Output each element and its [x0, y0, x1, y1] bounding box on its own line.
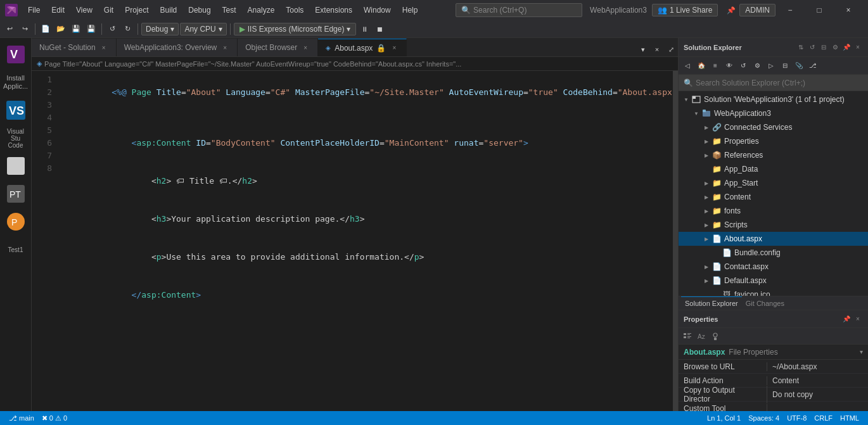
- tree-content[interactable]: ▶ 📁 Content: [679, 190, 868, 204]
- debug-config-dropdown[interactable]: Debug ▾: [141, 23, 179, 35]
- tree-project[interactable]: ▼ WebApplication3: [679, 106, 868, 120]
- taskbar-visual-studio-icon[interactable]: Visual StuCode: [4, 126, 28, 150]
- status-language[interactable]: HTML: [836, 414, 863, 422]
- run-button[interactable]: ▶ IIS Express (Microsoft Edge) ▾: [234, 23, 357, 35]
- se-properties-button[interactable]: ⚙: [830, 42, 840, 53]
- menu-debug[interactable]: Debug: [183, 3, 215, 17]
- tab-overview[interactable]: WebApplication3: Overview ×: [117, 39, 238, 56]
- taskbar-install-icon[interactable]: InstallApplic...: [4, 70, 28, 94]
- menu-view[interactable]: View: [71, 3, 98, 17]
- maximize-button[interactable]: □: [805, 0, 834, 20]
- se-search-input[interactable]: [696, 79, 863, 87]
- se-show-all-btn[interactable]: 👁: [723, 60, 736, 72]
- se-git-btn[interactable]: ⎇: [807, 60, 819, 72]
- menu-extensions[interactable]: Extensions: [310, 3, 357, 17]
- se-filter-btn[interactable]: ⚙: [751, 60, 763, 72]
- pause-button[interactable]: ⏸: [357, 22, 371, 36]
- taskbar-white-icon[interactable]: [4, 154, 28, 178]
- new-file-button[interactable]: 📄: [39, 22, 53, 36]
- tab-object-browser-close[interactable]: ×: [301, 43, 310, 52]
- se-sync-button[interactable]: ⇅: [796, 42, 806, 53]
- se-refresh-btn[interactable]: ↺: [737, 60, 750, 72]
- se-tab-git-changes[interactable]: Git Changes: [742, 296, 788, 310]
- tab-list-button[interactable]: ▾: [636, 42, 650, 56]
- tree-default-aspx[interactable]: ▶ 📄 Default.aspx: [679, 274, 868, 288]
- status-spaces[interactable]: Spaces: 4: [744, 414, 783, 422]
- tab-nuget[interactable]: NuGet - Solution ×: [32, 39, 117, 56]
- search-box[interactable]: 🔍 Search (Ctrl+Q): [456, 3, 582, 17]
- redo-button[interactable]: ↻: [120, 22, 134, 36]
- status-errors[interactable]: ✖ 0 ⚠ 0: [38, 414, 71, 422]
- back-button[interactable]: ↩: [3, 22, 16, 36]
- tree-solution[interactable]: ▼ Solution 'WebApplication3' (1 of 1 pro…: [679, 92, 868, 106]
- props-categorized-btn[interactable]: [681, 330, 694, 343]
- taskbar-vs-studio-icon[interactable]: VS: [4, 98, 28, 122]
- pin-button[interactable]: 📌: [723, 3, 739, 17]
- tab-about-close[interactable]: ×: [390, 44, 399, 53]
- tree-fonts[interactable]: ▶ 📁 fonts: [679, 204, 868, 218]
- menu-tools[interactable]: Tools: [281, 3, 309, 17]
- se-refresh-button[interactable]: ↺: [807, 42, 817, 53]
- close-button[interactable]: ×: [834, 0, 863, 20]
- se-collapse-all-btn[interactable]: ⊟: [779, 60, 791, 72]
- menu-analyze[interactable]: Analyze: [243, 3, 280, 17]
- tree-scripts[interactable]: ▶ 📁 Scripts: [679, 218, 868, 232]
- close-tab-button[interactable]: ×: [650, 42, 664, 56]
- se-scope-btn[interactable]: 📎: [793, 60, 805, 72]
- props-close-button[interactable]: ×: [853, 314, 863, 324]
- menu-git[interactable]: Git: [99, 3, 118, 17]
- taskbar-pt-icon[interactable]: PT: [4, 182, 28, 206]
- status-position[interactable]: Ln 1, Col 1: [703, 414, 744, 422]
- props-dropdown-icon[interactable]: ▾: [860, 348, 863, 355]
- taskbar-vs-icon[interactable]: V: [4, 42, 28, 67]
- tree-bundle-config[interactable]: ▶ 📄 Bundle.config: [679, 246, 868, 260]
- taskbar-orange-icon[interactable]: P: [4, 210, 28, 234]
- tab-about-aspx[interactable]: ◈ About.aspx 🔒 ×: [318, 39, 407, 56]
- editor-scrollbar[interactable]: [673, 71, 678, 411]
- se-close-button[interactable]: ×: [853, 42, 863, 53]
- admin-button[interactable]: ADMIN: [739, 4, 775, 16]
- minimize-button[interactable]: −: [775, 0, 805, 20]
- se-pin-button[interactable]: 📌: [841, 42, 852, 53]
- tree-app-data[interactable]: ▶ 📁 App_Data: [679, 162, 868, 176]
- tab-overview-close[interactable]: ×: [220, 43, 229, 52]
- tree-contact-aspx[interactable]: ▶ 📄 Contact.aspx: [679, 260, 868, 274]
- menu-help[interactable]: Help: [397, 3, 423, 17]
- tree-favicon[interactable]: ▶ 🖼 favicon.ico: [679, 288, 868, 296]
- forward-button[interactable]: ↪: [18, 22, 32, 36]
- status-encoding[interactable]: UTF-8: [783, 414, 810, 422]
- save-all-button[interactable]: 💾: [84, 22, 98, 36]
- tree-references[interactable]: ▶ 📦 References: [679, 148, 868, 162]
- menu-edit[interactable]: Edit: [46, 3, 70, 17]
- status-git[interactable]: ⎇ main: [5, 414, 38, 422]
- maximize-editor-button[interactable]: ⤢: [664, 42, 678, 56]
- open-button[interactable]: 📂: [54, 22, 68, 36]
- live-share-button[interactable]: 👥 1 Live Share: [652, 4, 718, 16]
- se-tab-solution-explorer[interactable]: Solution Explorer: [681, 296, 742, 310]
- taskbar-test-icon[interactable]: Test1: [4, 238, 28, 262]
- tree-about-aspx[interactable]: ▶ 📄 About.aspx: [679, 232, 868, 246]
- tree-app-start[interactable]: ▶ 📁 App_Start: [679, 176, 868, 190]
- tab-object-browser[interactable]: Object Browser ×: [238, 39, 318, 56]
- se-back-btn[interactable]: ◁: [681, 60, 694, 72]
- menu-file[interactable]: File: [23, 3, 45, 17]
- status-eol[interactable]: CRLF: [810, 414, 836, 422]
- se-collapse-button[interactable]: ⊟: [819, 42, 829, 53]
- tree-properties[interactable]: ▶ 📁 Properties: [679, 134, 868, 148]
- undo-button[interactable]: ↺: [105, 22, 119, 36]
- props-pin-button[interactable]: 📌: [841, 314, 852, 324]
- code-editor[interactable]: <%@ Page Title="About" Language="C#" Mas…: [57, 71, 673, 411]
- platform-dropdown[interactable]: Any CPU ▾: [180, 23, 226, 35]
- save-button[interactable]: 💾: [69, 22, 83, 36]
- menu-project[interactable]: Project: [120, 3, 153, 17]
- props-props-btn[interactable]: [709, 330, 722, 343]
- tab-nuget-close[interactable]: ×: [99, 43, 108, 52]
- menu-build[interactable]: Build: [155, 3, 182, 17]
- menu-test[interactable]: Test: [217, 3, 241, 17]
- se-home-btn[interactable]: 🏠: [695, 60, 708, 72]
- tree-connected-services[interactable]: ▶ 🔗 Connected Services: [679, 120, 868, 134]
- stop-button[interactable]: ⏹: [373, 22, 386, 36]
- menu-window[interactable]: Window: [359, 3, 396, 17]
- se-preview-btn[interactable]: ▷: [765, 60, 777, 72]
- se-props-view-btn[interactable]: ≡: [709, 60, 722, 72]
